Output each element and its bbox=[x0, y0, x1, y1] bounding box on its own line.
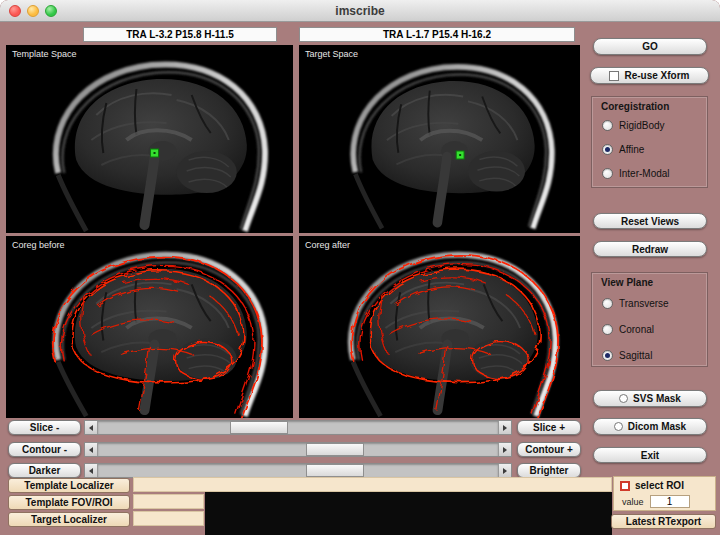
slider-left-arrow-icon[interactable] bbox=[85, 464, 98, 477]
svs-mask-radio-icon bbox=[619, 394, 628, 403]
coreg-before-label: Coreg before bbox=[12, 240, 65, 250]
brighter-button[interactable]: Brighter bbox=[517, 463, 581, 478]
coreg-before-panel[interactable]: Coreg before bbox=[6, 236, 293, 418]
view-plane-group: View Plane Transverse Coronal Sagittal bbox=[591, 272, 708, 367]
contour-minus-button[interactable]: Contour - bbox=[8, 442, 81, 457]
transverse-radio-icon[interactable] bbox=[602, 298, 613, 309]
template-localizer-button[interactable]: Template Localizer bbox=[8, 478, 130, 493]
affine-radio-icon[interactable] bbox=[602, 144, 613, 155]
template-fov-roi-button[interactable]: Template FOV/ROI bbox=[8, 495, 130, 510]
radio-coronal[interactable]: Coronal bbox=[602, 323, 654, 336]
brightness-slider[interactable] bbox=[84, 463, 512, 478]
template-space-image bbox=[6, 45, 293, 233]
slice-minus-button[interactable]: Slice - bbox=[8, 420, 81, 435]
brightness-slider-track[interactable] bbox=[98, 464, 498, 477]
target-localizer-field[interactable] bbox=[133, 511, 204, 526]
titlebar: imscribe bbox=[0, 0, 720, 22]
coreg-after-panel[interactable]: Coreg after bbox=[299, 236, 580, 418]
rigidbody-label: RigidBody bbox=[619, 120, 665, 131]
select-roi-panel: select ROI value bbox=[613, 476, 716, 511]
target-localizer-button[interactable]: Target Localizer bbox=[8, 512, 130, 527]
template-space-panel[interactable]: Template Space bbox=[6, 45, 293, 233]
radio-sagittal[interactable]: Sagittal bbox=[602, 349, 652, 362]
sagittal-label: Sagittal bbox=[619, 350, 652, 361]
reuse-xform-label: Re-use Xform bbox=[624, 70, 689, 81]
slice-slider-track[interactable] bbox=[98, 421, 498, 434]
go-button[interactable]: GO bbox=[593, 38, 707, 55]
intermodal-label: Inter-Modal bbox=[619, 168, 670, 179]
transverse-label: Transverse bbox=[619, 298, 669, 309]
slider-right-arrow-icon[interactable] bbox=[498, 464, 511, 477]
coregistration-group: Coregistration RigidBody Affine Inter-Mo… bbox=[591, 96, 708, 188]
slider-right-arrow-icon[interactable] bbox=[498, 421, 511, 434]
radio-transverse[interactable]: Transverse bbox=[602, 297, 669, 310]
coreg-after-label: Coreg after bbox=[305, 240, 350, 250]
contour-slider-track[interactable] bbox=[98, 443, 498, 456]
app-window: imscribe TRA L-3.2 P15.8 H-11.5 TRA L-1.… bbox=[0, 0, 720, 535]
dicom-mask-button[interactable]: Dicom Mask bbox=[593, 418, 707, 435]
dicom-mask-radio-icon bbox=[614, 422, 623, 431]
select-roi-label: select ROI bbox=[635, 480, 684, 491]
brightness-slider-thumb[interactable] bbox=[306, 464, 364, 477]
svs-mask-label: SVS Mask bbox=[633, 393, 681, 404]
slider-left-arrow-icon[interactable] bbox=[85, 421, 98, 434]
roi-value-label: value bbox=[622, 497, 644, 507]
radio-affine[interactable]: Affine bbox=[602, 143, 644, 156]
svs-mask-button[interactable]: SVS Mask bbox=[593, 390, 707, 407]
window-title: imscribe bbox=[0, 0, 720, 22]
contour-slider[interactable] bbox=[84, 442, 512, 457]
template-space-label: Template Space bbox=[12, 49, 77, 59]
template-fov-roi-field[interactable] bbox=[133, 494, 204, 509]
target-space-panel[interactable]: Target Space bbox=[299, 45, 580, 233]
slice-slider-thumb[interactable] bbox=[230, 421, 288, 434]
coregistration-title: Coregistration bbox=[601, 101, 669, 112]
contour-slider-thumb[interactable] bbox=[306, 443, 364, 456]
slice-plus-button[interactable]: Slice + bbox=[517, 420, 581, 435]
roi-value-input[interactable] bbox=[650, 495, 690, 508]
coronal-radio-icon[interactable] bbox=[602, 324, 613, 335]
slider-left-arrow-icon[interactable] bbox=[85, 443, 98, 456]
target-position-header: TRA L-1.7 P15.4 H-16.2 bbox=[299, 27, 575, 42]
reset-views-button[interactable]: Reset Views bbox=[593, 213, 707, 229]
reuse-xform-checkbox[interactable] bbox=[609, 71, 619, 81]
darker-button[interactable]: Darker bbox=[8, 463, 81, 478]
latest-rtexport-button[interactable]: Latest RTexport bbox=[611, 514, 716, 529]
exit-button[interactable]: Exit bbox=[593, 447, 707, 463]
slice-slider[interactable] bbox=[84, 420, 512, 435]
target-space-image bbox=[299, 45, 580, 233]
coreg-after-image bbox=[299, 236, 580, 418]
reuse-xform-button[interactable]: Re-use Xform bbox=[590, 67, 709, 84]
template-localizer-field[interactable] bbox=[133, 477, 612, 492]
coronal-label: Coronal bbox=[619, 324, 654, 335]
roi-marker bbox=[456, 151, 464, 159]
target-space-label: Target Space bbox=[305, 49, 358, 59]
redraw-button[interactable]: Redraw bbox=[593, 241, 707, 257]
message-area bbox=[205, 492, 612, 535]
coreg-before-image bbox=[6, 236, 293, 418]
radio-intermodal[interactable]: Inter-Modal bbox=[602, 167, 670, 180]
select-roi-checkbox[interactable] bbox=[620, 481, 630, 491]
contour-plus-button[interactable]: Contour + bbox=[517, 442, 581, 457]
sagittal-radio-icon[interactable] bbox=[602, 350, 613, 361]
slider-right-arrow-icon[interactable] bbox=[498, 443, 511, 456]
affine-label: Affine bbox=[619, 144, 644, 155]
intermodal-radio-icon[interactable] bbox=[602, 168, 613, 179]
roi-marker bbox=[151, 149, 159, 157]
view-plane-title: View Plane bbox=[601, 277, 653, 288]
template-position-header: TRA L-3.2 P15.8 H-11.5 bbox=[83, 27, 277, 42]
dicom-mask-label: Dicom Mask bbox=[628, 421, 686, 432]
radio-rigidbody[interactable]: RigidBody bbox=[602, 119, 665, 132]
rigidbody-radio-icon[interactable] bbox=[602, 120, 613, 131]
